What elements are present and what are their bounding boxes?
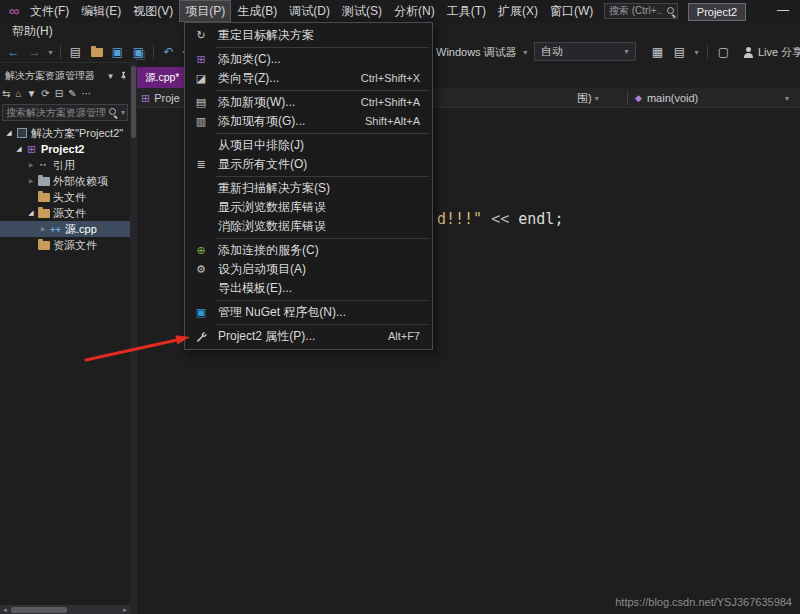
menu-item-project-properties[interactable]: Project2 属性(P)... Alt+F7	[185, 327, 432, 346]
chevron-down-icon: ▾	[622, 42, 631, 62]
quick-search-box[interactable]: 搜索 (Ctrl+..	[604, 3, 678, 19]
chevron-down-icon: ▾	[595, 94, 599, 103]
collapse-all-icon[interactable]: ⊟	[55, 86, 63, 102]
menu-item-label: 设为启动项目(A)	[218, 262, 306, 276]
tree-item-header-files[interactable]: 头文件	[0, 189, 130, 205]
menu-window[interactable]: 窗口(W)	[544, 0, 599, 22]
tree-item-source-cpp[interactable]: ▹ ++ 源.cpp	[0, 221, 130, 237]
method-icon: ◆	[635, 93, 642, 103]
menu-item-clear-browse-database-errors[interactable]: 消除浏览数据库错误	[185, 217, 432, 236]
expander-open-icon[interactable]: ◢	[4, 125, 14, 141]
menu-file[interactable]: 文件(F)	[24, 0, 75, 22]
expander-open-icon[interactable]: ◢	[26, 205, 36, 221]
nav-member-dropdown[interactable]: ◆ main(void)	[635, 88, 698, 108]
navigate-back-icon[interactable]: ←	[4, 42, 23, 62]
menu-item-add-existing-item[interactable]: ▥ 添加现有项(G)... Shift+Alt+A	[185, 112, 432, 131]
tab-source-cpp[interactable]: 源.cpp*	[137, 67, 187, 88]
debugger-dropdown[interactable]: Windows 调试器 ▾	[436, 40, 530, 64]
menu-item-manage-nuget-packages[interactable]: ▣ 管理 NuGet 程序包(N)...	[185, 303, 432, 322]
pin-icon[interactable]	[117, 71, 130, 82]
expander-closed-icon[interactable]: ▹	[26, 157, 36, 173]
solution-explorer-toolbar: ⇆ ⌂ ▼ ⟳ ⊟ ✎ ⋯	[2, 85, 128, 102]
scrollbar-thumb[interactable]	[11, 607, 67, 613]
menu-item-rescan-solution[interactable]: 重新扫描解决方案(S)	[185, 179, 432, 198]
tree-item-resource-files[interactable]: 资源文件	[0, 237, 130, 253]
connected-services-icon: ⊕	[191, 241, 211, 260]
quick-search-value: 搜索 (Ctrl+..	[609, 4, 664, 18]
menu-extensions[interactable]: 扩展(X)	[492, 0, 544, 22]
toolbar-separator	[60, 45, 61, 59]
menu-item-exclude-from-project[interactable]: 从项目中排除(J)	[185, 136, 432, 155]
toolbar-icon-1[interactable]: ▦	[648, 42, 667, 62]
open-file-icon[interactable]	[87, 42, 106, 62]
tree-item-source-files[interactable]: ◢ 源文件	[0, 205, 130, 221]
chevron-down-icon: ▾	[121, 108, 125, 117]
menu-view[interactable]: 视图(V)	[127, 0, 179, 22]
no-icon	[191, 279, 211, 298]
menu-tools[interactable]: 工具(T)	[441, 0, 492, 22]
new-file-icon[interactable]: ▤	[66, 42, 85, 62]
menu-separator	[216, 238, 429, 239]
menu-item-export-template[interactable]: 导出模板(E)...	[185, 279, 432, 298]
menu-edit[interactable]: 编辑(E)	[75, 0, 127, 22]
menu-item-set-startup-project[interactable]: ⚙ 设为启动项目(A)	[185, 260, 432, 279]
menu-item-label: 添加连接的服务(C)	[218, 243, 319, 257]
menu-item-show-browse-database-errors[interactable]: 显示浏览数据库错误	[185, 198, 432, 217]
expander-closed-icon[interactable]: ▹	[38, 221, 48, 237]
project-badge[interactable]: Project2	[688, 3, 746, 21]
scroll-left-icon[interactable]: ◂	[0, 606, 10, 614]
tree-item-references[interactable]: ▹ ▪▪ 引用	[0, 157, 130, 173]
toolbar-icon-3[interactable]: ▢	[714, 42, 733, 62]
sync-with-active-document-icon[interactable]: ⇆	[2, 86, 10, 102]
menu-item-add-new-item[interactable]: ▤ 添加新项(W)... Ctrl+Shift+A	[185, 93, 432, 112]
solution-explorer-search[interactable]: 搜索解决方案资源管理 ▾	[2, 104, 128, 121]
platform-dropdown[interactable]: 自动 ▾	[534, 42, 636, 61]
save-all-icon[interactable]: ▣	[129, 42, 148, 62]
menu-help[interactable]: 帮助(H)	[6, 22, 59, 40]
nav-scope-dropdown[interactable]: 围) ▾	[577, 88, 599, 108]
expander-open-icon[interactable]: ◢	[14, 141, 24, 157]
tree-item-label: 源.cpp	[63, 221, 97, 237]
tree-item-solution[interactable]: ◢ 解决方案"Project2"	[0, 125, 130, 141]
menu-item-shortcut: Ctrl+Shift+A	[361, 93, 420, 112]
menu-item-show-all-files[interactable]: ≣ 显示所有文件(O)	[185, 155, 432, 174]
home-icon[interactable]: ⌂	[15, 86, 21, 102]
menu-item-class-wizard[interactable]: ◪ 类向导(Z)... Ctrl+Shift+X	[185, 69, 432, 88]
toolbar-left-group: ← → ▾ ▤ ▣ ▣ ↶ ▾ ↷	[4, 40, 210, 64]
filter-icon[interactable]: ▼	[26, 86, 36, 102]
expander-closed-icon[interactable]: ▹	[26, 173, 36, 189]
refresh-icon[interactable]: ⟳	[41, 86, 49, 102]
navigate-forward-icon[interactable]: →	[25, 42, 44, 62]
more-options-icon[interactable]: ⋯	[82, 86, 92, 102]
scrollbar-thumb[interactable]	[131, 66, 136, 138]
nav-project-dropdown[interactable]: ⊞ Proje	[141, 88, 180, 108]
horizontal-scrollbar[interactable]: ◂ ▸	[0, 605, 130, 614]
minimize-button[interactable]: —	[766, 0, 800, 22]
menu-analyze[interactable]: 分析(N)	[388, 0, 441, 22]
toolbar-icon-2[interactable]: ▤	[670, 42, 689, 62]
set-startup-icon: ⚙	[191, 260, 211, 279]
edit-icon[interactable]: ✎	[68, 86, 76, 102]
menu-project[interactable]: 项目(P)	[179, 0, 231, 22]
menu-item-label: 重定目标解决方案	[218, 28, 314, 42]
menu-test[interactable]: 测试(S)	[336, 0, 388, 22]
tree-item-project[interactable]: ◢ ⊞ Project2	[0, 141, 130, 157]
code-identifier-token: endl;	[518, 210, 563, 228]
save-icon[interactable]: ▣	[108, 42, 127, 62]
undo-icon[interactable]: ↶	[159, 42, 178, 62]
chevron-down-icon[interactable]: ▾	[692, 42, 701, 62]
menu-debug[interactable]: 调试(D)	[283, 0, 336, 22]
menu-item-add-connected-service[interactable]: ⊕ 添加连接的服务(C)	[185, 241, 432, 260]
menu-item-label: 消除浏览数据库错误	[218, 219, 326, 233]
scroll-right-icon[interactable]: ▸	[120, 606, 130, 614]
panel-splitter[interactable]	[130, 62, 137, 614]
menu-build[interactable]: 生成(B)	[231, 0, 283, 22]
chevron-down-icon[interactable]: ▾	[46, 42, 55, 62]
chevron-down-icon[interactable]: ▾	[785, 88, 789, 108]
tree-item-external-dependencies[interactable]: ▹ 外部依赖项	[0, 173, 130, 189]
menu-item-retarget-solution[interactable]: ↻ 重定目标解决方案	[185, 26, 432, 45]
live-share-button[interactable]: Live 分享	[742, 40, 800, 64]
menu-item-add-class[interactable]: ⊞ 添加类(C)...	[185, 50, 432, 69]
chevron-down-icon[interactable]: ▾	[104, 71, 117, 81]
platform-dropdown-label: 自动	[541, 44, 622, 59]
